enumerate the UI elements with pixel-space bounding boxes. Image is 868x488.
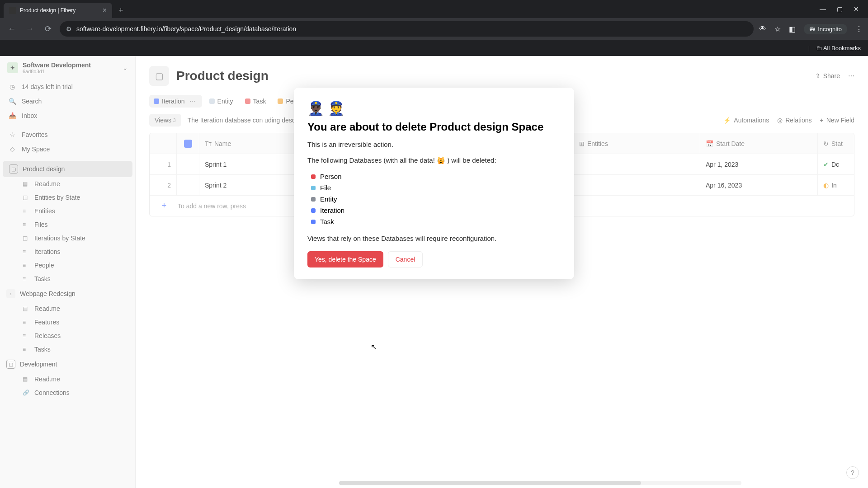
favicon bbox=[9, 7, 16, 14]
close-window-icon[interactable]: ✕ bbox=[854, 5, 859, 13]
list-item: Entity bbox=[311, 193, 561, 205]
new-tab-button[interactable]: + bbox=[112, 3, 130, 18]
url-text: software-development.fibery.io/fibery/sp… bbox=[76, 25, 296, 33]
list-item: File bbox=[311, 182, 561, 193]
delete-space-modal: 👮🏿‍♂️ 👮 You are about to delete Product … bbox=[294, 88, 574, 279]
confirm-delete-button[interactable]: Yes, delete the Space bbox=[307, 251, 383, 267]
tab-bar: Product design | Fibery × + ― ▢ ✕ bbox=[0, 0, 868, 18]
reload-icon[interactable]: ⟳ bbox=[42, 24, 54, 34]
database-list: Person File Entity Iteration Task bbox=[307, 171, 561, 227]
maximize-icon[interactable]: ▢ bbox=[837, 5, 843, 13]
window-controls: ― ▢ ✕ bbox=[811, 0, 868, 18]
modal-warning-views: Views that rely on these Databases will … bbox=[307, 234, 561, 244]
color-dot bbox=[311, 186, 316, 190]
minimize-icon[interactable]: ― bbox=[820, 5, 826, 13]
browser-menu-icon[interactable]: ⋮ bbox=[855, 25, 863, 33]
all-bookmarks-button[interactable]: 🗀 All Bookmarks bbox=[816, 45, 861, 52]
modal-warning-irreversible: This is an irreversible action. bbox=[307, 140, 561, 150]
url-field[interactable]: ⚙ software-development.fibery.io/fibery/… bbox=[60, 21, 754, 37]
incognito-badge[interactable]: 🕶 Incognito bbox=[804, 24, 847, 34]
address-bar: ← → ⟳ ⚙ software-development.fibery.io/f… bbox=[0, 18, 868, 40]
browser-chrome: Product design | Fibery × + ― ▢ ✕ ← → ⟳ … bbox=[0, 0, 868, 56]
modal-overlay[interactable]: 👮🏿‍♂️ 👮 You are about to delete Product … bbox=[0, 56, 868, 488]
tab-title: Product design | Fibery bbox=[20, 7, 75, 14]
list-item: Person bbox=[311, 171, 561, 182]
forward-icon[interactable]: → bbox=[24, 24, 36, 34]
app-root: ✦ Software Development 6ad8d3d1 ⌄ ◷14 da… bbox=[0, 56, 868, 488]
color-dot bbox=[311, 174, 316, 179]
site-settings-icon[interactable]: ⚙ bbox=[66, 25, 72, 33]
color-dot bbox=[311, 220, 316, 224]
cancel-button[interactable]: Cancel bbox=[388, 251, 423, 267]
modal-emoji: 👮🏿‍♂️ 👮 bbox=[307, 100, 561, 116]
bookmark-star-icon[interactable]: ☆ bbox=[774, 25, 781, 33]
color-dot bbox=[311, 208, 316, 213]
incognito-icon: 🕶 bbox=[809, 26, 815, 33]
browser-tab[interactable]: Product design | Fibery × bbox=[4, 3, 112, 18]
back-icon[interactable]: ← bbox=[5, 24, 18, 34]
list-item: Iteration bbox=[311, 205, 561, 216]
eye-off-icon[interactable]: 👁 bbox=[759, 25, 766, 33]
bookmarks-bar: | 🗀 All Bookmarks bbox=[0, 40, 868, 56]
modal-warning-databases: The following Databases (with all the da… bbox=[307, 155, 561, 166]
panel-icon[interactable]: ◧ bbox=[789, 25, 796, 33]
close-tab-icon[interactable]: × bbox=[103, 6, 107, 14]
list-item: Task bbox=[311, 216, 561, 227]
modal-title: You are about to delete Product design S… bbox=[307, 120, 561, 134]
color-dot bbox=[311, 197, 316, 202]
